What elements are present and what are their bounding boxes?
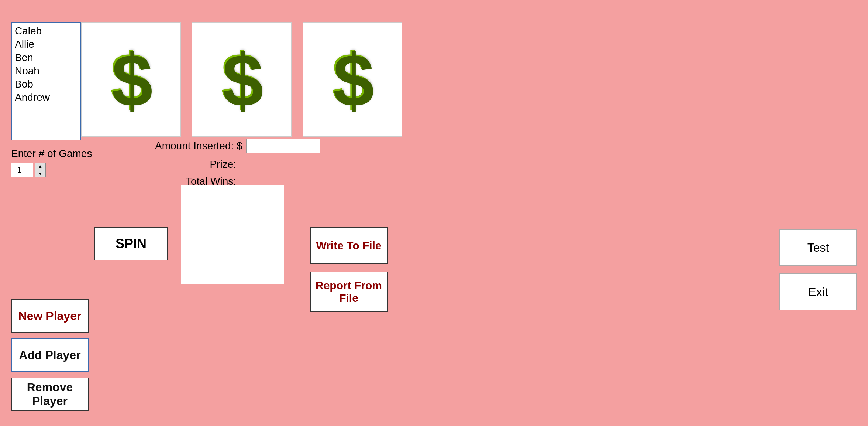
action-buttons: New Player Add Player Remove Player [11,299,89,411]
remove-player-button[interactable]: Remove Player [11,378,89,411]
amount-inserted-input[interactable] [246,139,320,153]
player-list-item[interactable]: Caleb [13,24,79,38]
player-listbox[interactable]: CalebAllieBenNoahBobAndrew [11,22,81,140]
player-list-item[interactable]: Ben [13,51,79,64]
new-player-button[interactable]: New Player [11,299,89,333]
spin-button-section: SPIN [94,227,168,260]
output-area [181,185,284,284]
reel-3: $ [303,22,402,137]
player-list-item[interactable]: Allie [13,38,79,51]
amount-inserted-label: Amount Inserted: $ [155,140,242,152]
exit-button[interactable]: Exit [779,273,857,310]
spin-button[interactable]: SPIN [94,227,168,260]
player-list-section: CalebAllieBenNoahBobAndrew [11,22,81,140]
games-section: Enter # of Games ▲ ▼ [11,148,92,177]
games-label: Enter # of Games [11,148,92,160]
prize-label: Prize: [155,159,236,170]
reel-2-symbol: $ [221,37,262,122]
games-spinner-input[interactable] [11,163,33,177]
add-player-button[interactable]: Add Player [11,338,89,372]
reel-2: $ [192,22,292,137]
spinner-buttons: ▲ ▼ [35,163,46,177]
reel-1-symbol: $ [110,37,151,122]
file-buttons-section: Write To File Report From File [310,227,388,312]
write-to-file-button[interactable]: Write To File [310,227,388,264]
reel-3-symbol: $ [332,37,373,122]
player-list-item[interactable]: Andrew [13,91,79,104]
right-buttons-section: Test Exit [779,229,857,310]
player-list-item[interactable]: Bob [13,78,79,91]
report-from-file-button[interactable]: Report From File [310,272,388,312]
player-list-item[interactable]: Noah [13,64,79,78]
reel-1: $ [81,22,181,137]
spinner-up-button[interactable]: ▲ [35,163,46,170]
test-button[interactable]: Test [779,229,857,266]
spinner-down-button[interactable]: ▼ [35,170,46,177]
reels-section: $ $ $ [81,22,402,137]
